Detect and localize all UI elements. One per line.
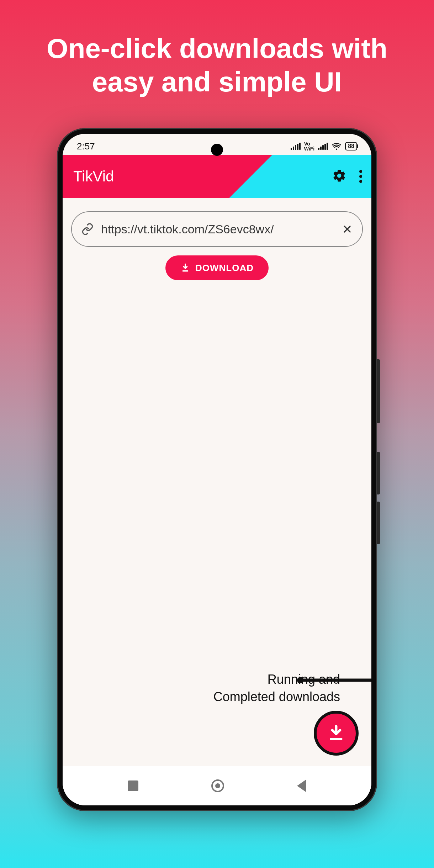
download-button[interactable]: DOWNLOAD: [165, 255, 269, 280]
nav-home-button[interactable]: [211, 779, 224, 792]
app-title: TikVid: [73, 168, 114, 185]
phone-side-buttons: [377, 359, 380, 551]
headline-line2: easy and simple UI: [92, 66, 342, 97]
battery-indicator: 88: [345, 142, 357, 150]
url-input[interactable]: [101, 222, 334, 236]
callout-annotation: Running and Completed downloads: [162, 671, 340, 705]
headline-line1: One-click downloads with: [47, 33, 387, 64]
phone-frame: 2:57 VoWiFi 88 T: [57, 128, 377, 811]
content-area: DOWNLOAD: [63, 198, 371, 280]
camera-hole: [211, 144, 223, 156]
callout-connector: [297, 677, 371, 790]
more-menu-icon[interactable]: [359, 170, 362, 183]
svg-rect-0: [182, 270, 188, 272]
clear-icon[interactable]: [342, 223, 353, 235]
wifi-icon: [332, 142, 342, 150]
phone-screen: 2:57 VoWiFi 88 T: [63, 134, 371, 805]
status-indicators: VoWiFi 88: [291, 141, 357, 151]
status-time: 2:57: [77, 141, 95, 152]
download-icon: [180, 263, 190, 273]
link-icon: [81, 223, 94, 235]
download-button-label: DOWNLOAD: [195, 263, 254, 274]
url-input-field[interactable]: [71, 211, 363, 247]
nav-recent-button[interactable]: [128, 780, 138, 791]
signal-icon-2: [318, 143, 328, 150]
signal-icon-1: [291, 143, 301, 150]
app-header: TikVid: [63, 155, 371, 198]
vo-wifi-label: VoWiFi: [304, 141, 314, 151]
settings-icon[interactable]: [332, 169, 346, 184]
promo-headline: One-click downloads with easy and simple…: [0, 0, 434, 99]
